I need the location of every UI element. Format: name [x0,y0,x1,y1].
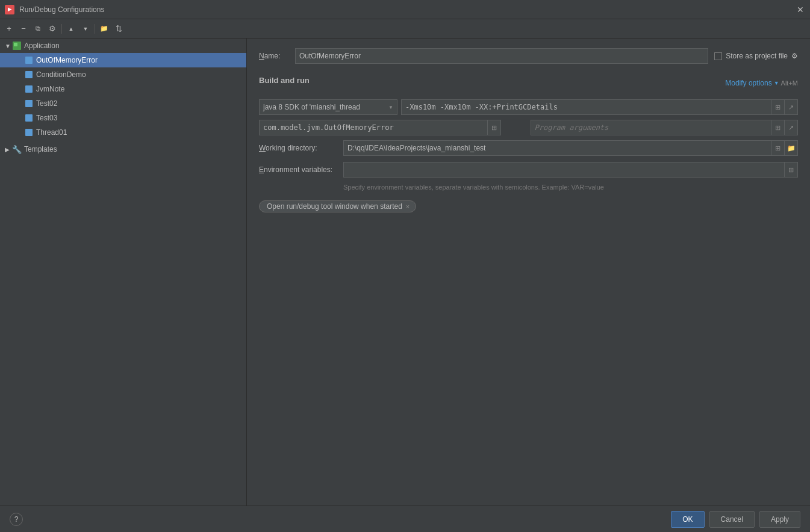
move-down-button[interactable]: ▼ [79,22,92,36]
cancel-button[interactable]: Cancel [709,511,755,528]
run-debug-dialog: ▶ Run/Debug Configurations ✕ + − ⧉ ⚙ ▲ ▼… [0,0,810,532]
copy-button[interactable]: ⧉ [31,22,45,36]
expand-arrow-icon: ▼ [5,43,12,49]
vm-expand-icon[interactable]: ⊞ [771,99,785,115]
move-up-button[interactable]: ▲ [64,22,78,36]
working-dir-input[interactable] [343,140,771,156]
app-logo-icon: ▶ [5,5,14,14]
working-dir-row: Working directory: ⊞ 📁 [259,140,798,156]
env-vars-row: Environment variables: ⊞ [259,162,798,178]
store-gear-icon[interactable]: ⚙ [791,52,798,60]
open-tool-window-tag: Open run/debug tool window when started … [259,200,416,212]
bottom-bar: ? OK Cancel Apply [0,506,810,532]
tree-item-thread01[interactable]: Thread01 [0,125,246,140]
tree-item-label-4: Test02 [36,99,57,108]
help-button[interactable]: ? [10,513,23,526]
application-group-icon [12,41,22,51]
tree-item-label-3: JvmNote [36,85,64,93]
main-class-expand-icon[interactable]: ⊞ [488,120,501,135]
run-config-icon-5 [24,113,34,123]
vm-options-container: -Xms10m -Xmx10m -XX:+PrintGCDetails ⊞ ↗ [401,99,798,115]
vm-options-display: -Xms10m -Xmx10m -XX:+PrintGCDetails [401,99,771,115]
modify-options-button[interactable]: Modify options ▼ Alt+M [725,79,798,87]
main-content: ▼ Application OutOfMemoryError Con [0,39,810,506]
dialog-title: Run/Debug Configurations [19,5,796,14]
env-vars-input[interactable] [343,162,785,178]
build-run-section: Build and run Modify options ▼ Alt+M [259,73,798,92]
name-field-label: Name: [259,52,289,60]
env-vars-label: Environment variables: [259,165,337,174]
vm-folder-icon[interactable]: ↗ [785,99,798,115]
mainclass-args-row: ⊞ ⊞ ↗ [259,120,798,135]
apply-button[interactable]: Apply [759,511,800,528]
ok-button[interactable]: OK [671,511,704,528]
program-args-expand-icon[interactable]: ⊞ [771,120,785,135]
env-vars-container: ⊞ [343,162,798,178]
store-label: Store as project file [726,52,788,60]
templates-label: Templates [24,145,57,153]
tag-label: Open run/debug tool window when started [267,202,402,211]
store-checkbox[interactable] [714,52,722,60]
toolbar-separator-2 [95,24,95,34]
program-args-open-icon[interactable]: ↗ [785,120,798,135]
title-bar: ▶ Run/Debug Configurations ✕ [0,0,810,19]
run-config-icon-2 [24,70,34,79]
name-input[interactable] [295,48,708,64]
modify-options-shortcut: Alt+M [781,79,798,87]
tree-item-outofmemoryerror[interactable]: OutOfMemoryError [0,53,246,67]
main-class-input[interactable] [259,120,488,135]
configurations-tree: ▼ Application OutOfMemoryError Con [0,39,247,506]
sdk-dropdown[interactable]: java 8 SDK of 'mianshi_thread ▼ [259,99,397,115]
tree-group-templates[interactable]: ▶ 🔧 Templates [0,142,246,156]
modify-options-label: Modify options [725,79,771,87]
working-dir-folder-icon[interactable]: 📁 [785,140,798,156]
tree-item-conditiondemo[interactable]: ConditionDemo [0,67,246,82]
tags-row: Open run/debug tool window when started … [259,200,798,212]
name-row: Name: Store as project file ⚙ [259,48,798,64]
run-config-icon-4 [24,99,34,108]
tree-item-jvmnote[interactable]: JvmNote [0,82,246,96]
close-button[interactable]: ✕ [796,5,805,14]
remove-button[interactable]: − [17,22,30,36]
sdk-dropdown-arrow-icon: ▼ [388,105,393,110]
configurations-toolbar: + − ⧉ ⚙ ▲ ▼ 📁 ⇅ [0,19,810,39]
config-form: Name: Store as project file ⚙ Build and … [247,39,810,506]
sdk-vm-row: java 8 SDK of 'mianshi_thread ▼ -Xms10m … [259,99,798,115]
tree-item-test02[interactable]: Test02 [0,96,246,111]
application-group-label: Application [24,42,60,50]
tree-item-test03[interactable]: Test03 [0,111,246,125]
env-vars-expand-icon[interactable]: ⊞ [785,162,798,178]
tree-item-label-5: Test03 [36,114,57,122]
env-vars-hint: Specify environment variables, separate … [343,184,798,191]
program-args-input[interactable] [531,120,772,135]
working-dir-label: Working directory: [259,144,337,152]
sort-button[interactable]: ⇅ [112,22,125,36]
templates-icon: 🔧 [12,144,22,154]
run-config-icon-6 [24,128,34,137]
store-as-project-row: Store as project file ⚙ [714,52,798,60]
tree-group-application[interactable]: ▼ Application [0,39,246,53]
working-dir-expand-icon[interactable]: ⊞ [771,140,785,156]
templates-arrow-icon: ▶ [5,146,12,153]
modify-options-chevron-icon: ▼ [774,80,779,86]
run-config-icon-3 [24,84,34,94]
tree-item-label-2: ConditionDemo [36,70,86,79]
settings-button[interactable]: ⚙ [46,22,59,36]
dialog-actions: OK Cancel Apply [671,511,800,528]
working-dir-container: ⊞ 📁 [343,140,798,156]
tag-close-icon[interactable]: × [406,203,410,210]
sdk-value: java 8 SDK of 'mianshi_thread [263,103,360,111]
vm-options-value: -Xms10m -Xmx10m -XX:+PrintGCDetails [405,103,558,111]
program-args-container: ⊞ ↗ [531,120,799,135]
main-class-container: ⊞ [259,120,527,135]
tree-item-label-6: Thread01 [36,128,67,137]
tree-item-label-1: OutOfMemoryError [36,56,98,64]
build-run-label: Build and run [259,76,310,85]
run-config-icon-1 [24,55,34,65]
folder-button[interactable]: 📁 [98,22,111,36]
toolbar-separator-1 [61,24,62,34]
add-button[interactable]: + [2,22,16,36]
